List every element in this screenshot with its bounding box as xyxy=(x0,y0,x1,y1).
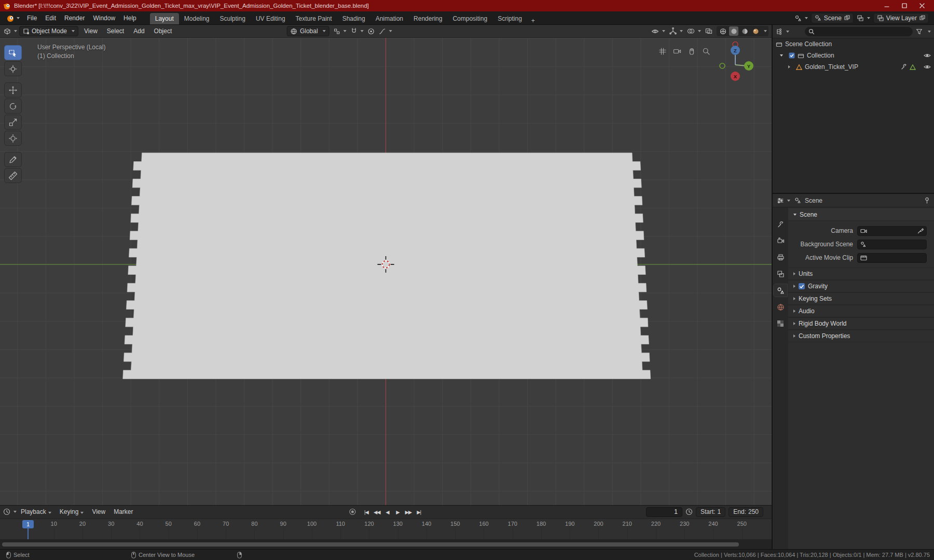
tool-transform[interactable] xyxy=(4,131,22,146)
visibility-dropdown[interactable] xyxy=(651,29,665,34)
menu-playback[interactable]: Playback xyxy=(17,508,56,515)
tool-scale[interactable] xyxy=(4,115,22,130)
shading-wireframe-button[interactable] xyxy=(718,26,727,36)
pan-hand-icon[interactable] xyxy=(688,47,696,55)
tab-layout[interactable]: Layout xyxy=(150,13,179,24)
collapse-arrow-icon[interactable] xyxy=(788,65,790,68)
tab-world-properties[interactable] xyxy=(774,301,787,313)
tab-rendering[interactable]: Rendering xyxy=(408,13,447,24)
tool-cursor[interactable] xyxy=(4,61,22,76)
view-layer-selector[interactable]: View Layer xyxy=(873,13,929,23)
snap-toggle[interactable] xyxy=(351,27,364,35)
viewport-3d[interactable]: User Perspective (Local) (1) Collection xyxy=(0,38,772,505)
outliner-editor-type-button[interactable] xyxy=(776,28,789,35)
jump-to-end-button[interactable]: ▶| xyxy=(415,509,423,515)
frame-end-field[interactable]: End: 250 xyxy=(729,507,763,517)
play-button[interactable]: ▶ xyxy=(394,509,402,515)
tab-render-properties[interactable] xyxy=(774,234,787,247)
tab-texture-properties[interactable] xyxy=(774,317,787,330)
editor-type-button[interactable] xyxy=(3,27,17,35)
tab-view-layer-properties[interactable] xyxy=(774,268,787,280)
menu-select[interactable]: Select xyxy=(103,27,128,35)
menu-window[interactable]: Window xyxy=(89,11,119,24)
transform-orientation-selector[interactable]: Global xyxy=(287,26,329,36)
eye-icon[interactable] xyxy=(924,53,931,58)
shading-rendered-button[interactable] xyxy=(751,26,760,36)
tab-tool-properties[interactable] xyxy=(774,218,787,230)
add-workspace-button[interactable]: + xyxy=(527,17,539,24)
navigation-gizmo[interactable]: Z Y X xyxy=(717,41,754,82)
snap-target-button[interactable] xyxy=(334,28,347,35)
eyedropper-icon[interactable] xyxy=(917,228,924,234)
checkbox-checked-icon[interactable] xyxy=(789,52,795,59)
timeline-ruler[interactable]: 1 10203040506070809010011012013014015016… xyxy=(0,519,772,540)
scene-browse-button[interactable] xyxy=(794,15,808,22)
menu-marker[interactable]: Marker xyxy=(109,508,137,515)
outliner-row-scene-collection[interactable]: Scene Collection xyxy=(773,38,934,50)
background-scene-field[interactable] xyxy=(857,240,927,249)
expand-arrow-icon[interactable] xyxy=(780,54,783,57)
pin-icon[interactable] xyxy=(924,197,930,204)
custom-properties-panel-header[interactable]: Custom Properties xyxy=(788,330,934,342)
proportional-editing-toggle[interactable] xyxy=(368,28,375,35)
playhead-line[interactable] xyxy=(28,528,29,540)
menu-help[interactable]: Help xyxy=(119,11,141,24)
tab-animation[interactable]: Animation xyxy=(370,13,408,24)
properties-editor-type-button[interactable] xyxy=(777,197,790,204)
xray-toggle[interactable] xyxy=(705,28,712,34)
tool-select-box[interactable] xyxy=(4,45,22,60)
tab-output-properties[interactable] xyxy=(774,251,787,263)
tab-compositing[interactable]: Compositing xyxy=(447,13,492,24)
current-frame-field[interactable]: 1 xyxy=(646,507,682,517)
gravity-checkbox[interactable] xyxy=(799,283,805,289)
tab-shading[interactable]: Shading xyxy=(337,13,370,24)
menu-view-timeline[interactable]: View xyxy=(88,508,109,515)
menu-object[interactable]: Object xyxy=(150,27,176,35)
active-movie-clip-field[interactable] xyxy=(857,253,927,263)
tab-modeling[interactable]: Modeling xyxy=(179,13,215,24)
zoom-magnifier-icon[interactable] xyxy=(702,47,710,55)
tool-annotate[interactable] xyxy=(4,152,22,167)
outliner-row-golden-ticket[interactable]: Golden_Ticket_VIP xyxy=(773,61,934,73)
gizmos-toggle[interactable] xyxy=(669,27,683,35)
rigid-body-world-panel-header[interactable]: Rigid Body World xyxy=(788,317,934,330)
close-button[interactable] xyxy=(913,0,931,11)
minimize-button[interactable] xyxy=(878,0,896,11)
menu-file[interactable]: File xyxy=(23,11,41,24)
timeline-editor-type-button[interactable] xyxy=(3,508,17,515)
camera-view-icon[interactable] xyxy=(673,47,681,55)
units-panel-header[interactable]: Units xyxy=(788,268,934,280)
tool-measure[interactable] xyxy=(4,168,22,183)
view-layer-browse-button[interactable] xyxy=(857,15,870,22)
menu-keying[interactable]: Keying xyxy=(56,508,88,515)
play-reverse-button[interactable]: ◀ xyxy=(383,509,392,515)
auto-keying-record-icon[interactable] xyxy=(349,508,356,515)
scene-panel-header[interactable]: Scene xyxy=(788,208,934,221)
menu-view[interactable]: View xyxy=(80,27,101,35)
filter-funnel-icon[interactable] xyxy=(916,29,923,35)
new-scene-icon[interactable] xyxy=(844,15,850,21)
tab-scripting[interactable]: Scripting xyxy=(492,13,527,24)
next-keyframe-button[interactable]: ▶▶ xyxy=(404,509,413,515)
mode-selector[interactable]: Object Mode xyxy=(19,26,78,36)
frame-start-field[interactable]: Start: 1 xyxy=(696,507,725,517)
tab-uv-editing[interactable]: UV Editing xyxy=(251,13,291,24)
use-preview-range-clock-icon[interactable] xyxy=(685,508,693,515)
menu-render[interactable]: Render xyxy=(60,11,89,24)
blender-menu-button[interactable] xyxy=(3,11,23,24)
menu-edit[interactable]: Edit xyxy=(41,11,60,24)
axis-neg-y-ball[interactable] xyxy=(720,63,725,68)
proportional-falloff-button[interactable] xyxy=(379,28,392,35)
camera-field[interactable] xyxy=(857,226,927,236)
maximize-button[interactable] xyxy=(896,0,913,11)
tool-move[interactable] xyxy=(4,82,22,97)
jump-to-start-button[interactable]: |◀ xyxy=(362,509,370,515)
shading-solid-button[interactable] xyxy=(729,26,738,36)
tab-sculpting[interactable]: Sculpting xyxy=(215,13,251,24)
audio-panel-header[interactable]: Audio xyxy=(788,305,934,317)
prev-keyframe-button[interactable]: ◀◀ xyxy=(373,509,381,515)
outliner-row-collection[interactable]: Collection xyxy=(773,50,934,61)
shading-material-button[interactable] xyxy=(740,26,749,36)
tool-rotate[interactable] xyxy=(4,99,22,114)
new-view-layer-icon[interactable] xyxy=(919,15,925,21)
